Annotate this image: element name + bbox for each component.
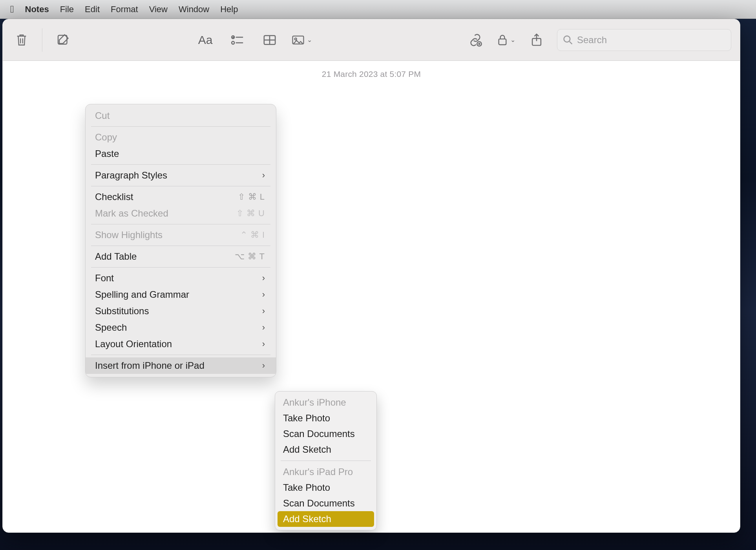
- ctx-spelling-grammar[interactable]: Spelling and Grammar›: [86, 286, 276, 303]
- ctx-separator: [91, 246, 270, 246]
- chevron-right-icon: ›: [262, 361, 265, 371]
- format-text-button[interactable]: Aa: [195, 30, 215, 50]
- ctx-show-highlights: Show Highlights⌃ ⌘ I: [86, 227, 276, 243]
- ctx-font[interactable]: Font›: [86, 270, 276, 286]
- context-menu: Cut Copy Paste Paragraph Styles› Checkli…: [85, 104, 276, 377]
- menu-file[interactable]: File: [60, 4, 74, 15]
- chevron-right-icon: ›: [262, 290, 265, 300]
- submenu-separator: [281, 461, 371, 461]
- note-timestamp: 21 March 2023 at 5:07 PM: [3, 69, 740, 79]
- svg-point-9: [295, 38, 297, 40]
- chevron-right-icon: ›: [262, 322, 265, 333]
- app-menu[interactable]: Notes: [25, 4, 49, 15]
- toolbar-divider: [42, 28, 42, 52]
- notes-window: Aa ⌄: [2, 19, 740, 533]
- ctx-add-table[interactable]: Add Table⌥ ⌘ T: [86, 248, 276, 265]
- ctx-cut: Cut: [86, 107, 276, 124]
- ctx-paragraph-styles[interactable]: Paragraph Styles›: [86, 167, 276, 184]
- submenu-iphone-add-sketch[interactable]: Add Sketch: [275, 442, 376, 457]
- toolbar: Aa ⌄: [3, 19, 740, 61]
- chevron-right-icon: ›: [262, 306, 265, 316]
- link-button[interactable]: [465, 30, 486, 50]
- svg-rect-11: [499, 39, 506, 45]
- menu-help[interactable]: Help: [220, 4, 238, 15]
- chevron-down-icon: ⌄: [307, 36, 312, 44]
- submenu-ipad-take-photo[interactable]: Take Photo: [275, 480, 376, 495]
- ctx-copy: Copy: [86, 129, 276, 146]
- svg-line-14: [570, 41, 572, 44]
- apple-menu-icon[interactable]: : [10, 3, 14, 15]
- ctx-separator: [91, 267, 270, 268]
- submenu-device-ipad-header: Ankur's iPad Pro: [275, 464, 376, 480]
- new-note-button[interactable]: [53, 30, 73, 50]
- chevron-right-icon: ›: [262, 170, 265, 180]
- menu-view[interactable]: View: [149, 4, 168, 15]
- checklist-button[interactable]: [227, 30, 248, 50]
- svg-point-3: [232, 41, 234, 44]
- chevron-down-icon: ⌄: [510, 36, 515, 44]
- chevron-right-icon: ›: [262, 339, 265, 349]
- ctx-separator: [91, 355, 270, 355]
- menu-format[interactable]: Format: [111, 4, 138, 15]
- menubar:  Notes File Edit Format View Window Hel…: [0, 0, 756, 19]
- submenu-ipad-scan-documents[interactable]: Scan Documents: [275, 495, 376, 511]
- ctx-checklist[interactable]: Checklist⇧ ⌘ L: [86, 189, 276, 205]
- ctx-separator: [91, 224, 270, 224]
- ctx-layout-orientation[interactable]: Layout Orientation›: [86, 336, 276, 352]
- share-button[interactable]: [526, 30, 547, 50]
- lock-button[interactable]: ⌄: [496, 30, 516, 50]
- ctx-separator: [91, 164, 270, 165]
- submenu-iphone-take-photo[interactable]: Take Photo: [275, 410, 376, 426]
- menu-window[interactable]: Window: [179, 4, 209, 15]
- insert-from-submenu: Ankur's iPhone Take Photo Scan Documents…: [275, 391, 377, 530]
- ctx-paste[interactable]: Paste: [86, 146, 276, 162]
- ctx-separator: [91, 126, 270, 127]
- submenu-device-iphone-header: Ankur's iPhone: [275, 395, 376, 410]
- search-placeholder: Search: [577, 35, 607, 46]
- ctx-insert-from-iphone-ipad[interactable]: Insert from iPhone or iPad›: [86, 357, 276, 374]
- media-button[interactable]: ⌄: [292, 30, 312, 50]
- search-input[interactable]: Search: [557, 29, 731, 51]
- ctx-substitutions[interactable]: Substitutions›: [86, 303, 276, 319]
- ctx-mark-as-checked: Mark as Checked⇧ ⌘ U: [86, 205, 276, 222]
- table-button[interactable]: [259, 30, 280, 50]
- submenu-iphone-scan-documents[interactable]: Scan Documents: [275, 426, 376, 442]
- svg-point-13: [564, 36, 570, 42]
- ctx-separator: [91, 186, 270, 186]
- ctx-speech[interactable]: Speech›: [86, 319, 276, 336]
- submenu-ipad-add-sketch[interactable]: Add Sketch: [278, 511, 374, 527]
- search-icon: [563, 35, 573, 45]
- menu-edit[interactable]: Edit: [85, 4, 100, 15]
- chevron-right-icon: ›: [262, 273, 265, 283]
- delete-button[interactable]: [11, 30, 32, 50]
